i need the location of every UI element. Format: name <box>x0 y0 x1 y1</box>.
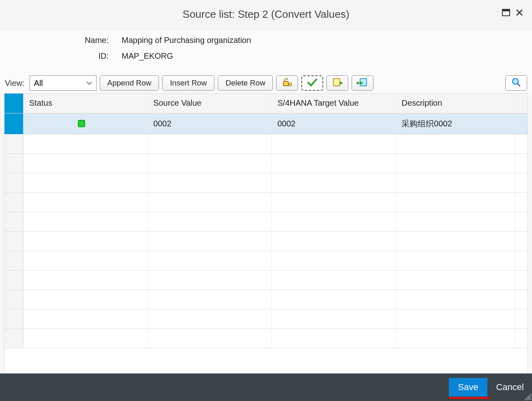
cell-source-value[interactable]: 0002 <box>148 113 272 134</box>
cell-empty[interactable] <box>148 212 272 231</box>
row-selector[interactable] <box>4 134 23 154</box>
chevron-down-icon <box>86 80 92 86</box>
cell-empty[interactable] <box>23 212 147 231</box>
row-selector[interactable] <box>4 231 23 251</box>
row-selector[interactable] <box>4 328 23 348</box>
cell-empty[interactable] <box>396 309 515 328</box>
column-header-target[interactable]: S/4HANA Target Value <box>272 94 396 113</box>
cell-empty[interactable] <box>23 251 147 270</box>
select-all-header[interactable] <box>4 94 23 113</box>
footer: Save Cancel <box>0 373 532 401</box>
cell-empty[interactable] <box>148 231 272 251</box>
cell-empty[interactable] <box>148 309 272 328</box>
row-selector[interactable] <box>4 212 23 231</box>
cell-empty[interactable] <box>148 154 272 173</box>
cell-empty[interactable] <box>396 251 515 270</box>
cell-empty[interactable] <box>272 251 396 270</box>
cell-empty[interactable] <box>272 134 396 154</box>
table-row[interactable] <box>4 270 528 290</box>
cell-empty[interactable] <box>23 134 147 154</box>
check-icon <box>307 78 317 89</box>
check-button[interactable] <box>301 75 323 91</box>
cell-empty[interactable] <box>148 134 272 154</box>
view-select[interactable]: All <box>30 75 97 91</box>
cell-target-value[interactable]: 0002 <box>272 113 396 134</box>
resize-grip-icon[interactable] <box>524 393 531 400</box>
table-row[interactable] <box>4 154 528 173</box>
unlock-button[interactable] <box>276 75 298 91</box>
append-row-button[interactable]: Append Row <box>100 75 159 91</box>
cell-empty[interactable] <box>23 231 147 251</box>
table-row[interactable] <box>4 212 528 231</box>
cell-empty[interactable] <box>272 231 396 251</box>
cell-empty[interactable] <box>272 173 396 192</box>
import-button[interactable] <box>352 75 373 91</box>
save-button[interactable]: Save <box>449 378 487 397</box>
cell-empty[interactable] <box>23 309 147 328</box>
delete-row-button[interactable]: Delete Row <box>218 75 273 91</box>
table-row[interactable] <box>4 328 528 348</box>
cell-empty[interactable] <box>23 173 147 192</box>
cell-empty[interactable] <box>23 270 147 290</box>
insert-row-button[interactable]: Insert Row <box>162 75 215 91</box>
cell-scroll-gutter <box>515 212 528 231</box>
close-icon[interactable] <box>516 9 523 18</box>
cell-empty[interactable] <box>23 328 147 348</box>
row-selector[interactable] <box>4 290 23 309</box>
table-row[interactable] <box>4 134 528 154</box>
cell-empty[interactable] <box>148 328 272 348</box>
cell-empty[interactable] <box>148 290 272 309</box>
table-row[interactable] <box>4 192 528 212</box>
cell-empty[interactable] <box>396 134 515 154</box>
cell-empty[interactable] <box>23 154 147 173</box>
search-button[interactable] <box>505 75 527 91</box>
table-row[interactable] <box>4 309 528 328</box>
cell-empty[interactable] <box>396 270 515 290</box>
cell-empty[interactable] <box>272 328 396 348</box>
cell-empty[interactable] <box>148 251 272 270</box>
cell-description[interactable]: 采购组织0002 <box>396 113 515 134</box>
cell-empty[interactable] <box>396 154 515 173</box>
row-selector[interactable] <box>4 173 23 192</box>
column-header-source[interactable]: Source Value <box>148 94 272 113</box>
column-scroll-gutter <box>515 94 528 113</box>
svg-marker-10 <box>357 81 360 85</box>
row-selector[interactable] <box>4 154 23 173</box>
cell-empty[interactable] <box>272 192 396 212</box>
column-header-description[interactable]: Description <box>396 94 515 113</box>
table-row[interactable]: 00020002采购组织0002 <box>4 113 528 134</box>
row-selector[interactable] <box>4 251 23 270</box>
cell-empty[interactable] <box>272 290 396 309</box>
table-row[interactable] <box>4 231 528 251</box>
cell-empty[interactable] <box>148 270 272 290</box>
cell-empty[interactable] <box>396 231 515 251</box>
cell-empty[interactable] <box>396 290 515 309</box>
row-selector[interactable] <box>4 192 23 212</box>
cell-empty[interactable] <box>396 192 515 212</box>
cell-empty[interactable] <box>23 192 147 212</box>
table-row[interactable] <box>4 173 528 192</box>
export-button[interactable] <box>326 75 348 91</box>
column-header-status[interactable]: Status <box>23 94 147 113</box>
cell-empty[interactable] <box>396 212 515 231</box>
svg-rect-5 <box>289 83 292 86</box>
cell-empty[interactable] <box>23 290 147 309</box>
cancel-button[interactable]: Cancel <box>496 382 524 392</box>
page-title: Source list: Step 2 (Convert Values) <box>182 8 349 21</box>
cell-empty[interactable] <box>148 192 272 212</box>
row-selector[interactable] <box>4 113 23 134</box>
row-selector[interactable] <box>4 270 23 290</box>
cell-scroll-gutter <box>515 251 528 270</box>
cell-empty[interactable] <box>272 154 396 173</box>
cell-empty[interactable] <box>396 173 515 192</box>
row-selector[interactable] <box>4 309 23 328</box>
cell-empty[interactable] <box>272 212 396 231</box>
cell-empty[interactable] <box>272 309 396 328</box>
maximize-icon[interactable] <box>502 9 510 18</box>
table-row[interactable] <box>4 290 528 309</box>
table-row[interactable] <box>4 251 528 270</box>
cell-empty[interactable] <box>272 270 396 290</box>
cell-empty[interactable] <box>396 328 515 348</box>
cell-scroll-gutter <box>515 309 528 328</box>
cell-empty[interactable] <box>148 173 272 192</box>
